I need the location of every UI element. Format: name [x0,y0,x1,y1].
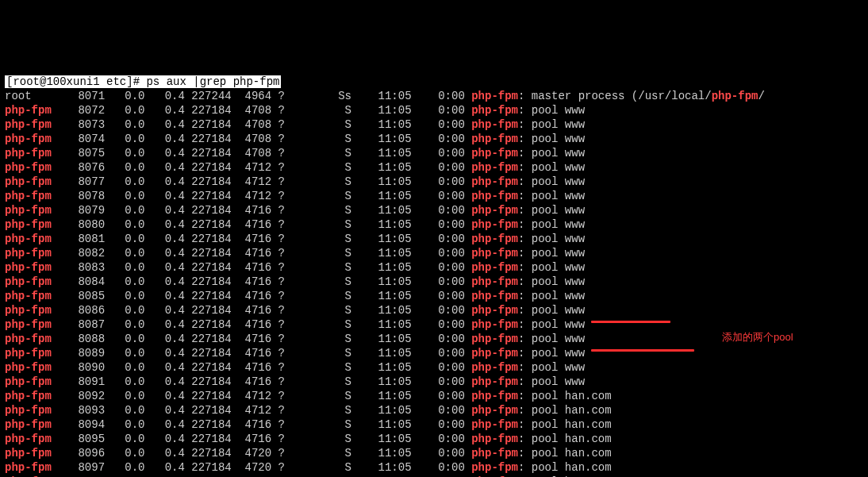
proc-start: 11:05 [351,218,412,231]
proc-mem: 0.4 [144,375,184,388]
proc-pid: 8093 [65,404,105,417]
proc-vsz: 227184 [185,261,232,274]
proc-stat: S [285,433,351,445]
proc-pid: 8082 [65,247,105,260]
proc-start: 11:05 [351,90,412,102]
proc-cpu: 0.0 [105,247,144,260]
proc-user: php-fpm [5,275,65,288]
proc-args: : pool www [518,118,585,131]
process-row: php-fpm 8092 0.0 0.4 227184 4712 ? S 11:… [5,389,863,403]
proc-start: 11:05 [351,147,412,160]
proc-name: php-fpm [471,147,518,160]
proc-vsz: 227184 [185,204,232,217]
proc-args: : pool www [518,233,585,245]
proc-vsz: 227184 [185,447,232,460]
proc-pid: 8086 [65,304,105,317]
proc-pid: 8096 [65,447,105,460]
proc-time: 0:00 [412,433,472,445]
proc-start: 11:05 [351,275,412,288]
proc-name: php-fpm [471,447,518,460]
proc-mem: 0.4 [144,204,184,217]
proc-start: 11:05 [351,375,412,388]
process-row: root 8071 0.0 0.4 227244 4964 ? Ss 11:05… [5,89,863,103]
proc-args: : pool www [518,261,585,274]
annotation-underline-2 [591,349,694,352]
proc-start: 11:05 [351,333,412,345]
proc-time: 0:00 [412,104,472,117]
proc-pid: 8083 [65,261,105,274]
proc-args: : pool han.com [518,404,612,417]
proc-vsz: 227184 [185,275,232,288]
proc-time: 0:00 [412,375,472,388]
proc-vsz: 227184 [185,404,232,417]
proc-vsz: 227184 [185,390,232,402]
proc-user: php-fpm [5,347,65,360]
proc-start: 11:05 [351,290,412,302]
proc-name: php-fpm [471,261,518,274]
proc-time: 0:00 [412,333,472,345]
proc-args: : pool www [518,347,585,360]
proc-start: 11:05 [351,233,412,245]
proc-rss: 4712 [232,404,271,417]
proc-vsz: 227244 [185,90,232,102]
proc-cpu: 0.0 [105,318,144,331]
proc-stat: S [285,190,351,202]
proc-start: 11:05 [351,433,412,445]
proc-rss: 4716 [232,261,271,274]
proc-time: 0:00 [412,418,472,431]
proc-time: 0:00 [412,318,472,331]
proc-cpu: 0.0 [105,190,144,202]
proc-pid: 8071 [65,90,105,102]
proc-user: php-fpm [5,404,65,417]
proc-args: : pool www [518,147,585,160]
proc-rss: 4716 [232,318,271,331]
proc-rss: 4708 [232,147,271,160]
process-row: php-fpm 8073 0.0 0.4 227184 4708 ? S 11:… [5,117,863,132]
proc-stat: S [285,461,351,474]
proc-start: 11:05 [351,347,412,360]
proc-cpu: 0.0 [105,404,144,417]
proc-stat: S [285,418,351,431]
process-row: php-fpm 8075 0.0 0.4 227184 4708 ? S 11:… [5,146,863,160]
annotation-underline-1 [591,321,670,323]
proc-vsz: 227184 [185,304,232,317]
proc-user: php-fpm [5,375,65,388]
proc-name: php-fpm [471,333,518,345]
proc-pid: 8089 [65,347,105,360]
process-row: php-fpm 8078 0.0 0.4 227184 4712 ? S 11:… [5,189,863,203]
proc-name: php-fpm [471,133,518,145]
proc-rss: 4716 [232,418,271,431]
proc-mem: 0.4 [144,333,184,345]
proc-name: php-fpm [471,318,518,331]
proc-cpu: 0.0 [105,261,144,274]
proc-args: : pool han.com [518,390,612,402]
proc-mem: 0.4 [144,390,184,402]
shell-prompt-line[interactable]: [root@100xuni1 etc]# ps aux |grep php-fp… [5,75,281,89]
proc-args: : pool www [518,104,585,117]
proc-time: 0:00 [412,161,472,174]
process-row: php-fpm 8096 0.0 0.4 227184 4720 ? S 11:… [5,446,863,460]
proc-pid: 8081 [65,233,105,245]
proc-vsz: 227184 [185,118,232,131]
proc-start: 11:05 [351,418,412,431]
proc-pid: 8084 [65,275,105,288]
proc-rss: 4708 [232,133,271,145]
proc-user: php-fpm [5,333,65,345]
proc-stat: S [285,133,351,145]
proc-tty: ? [271,118,285,131]
proc-name: php-fpm [471,90,518,102]
proc-start: 11:05 [351,133,412,145]
process-row: php-fpm 8097 0.0 0.4 227184 4720 ? S 11:… [5,460,863,475]
process-row: php-fpm 8082 0.0 0.4 227184 4716 ? S 11:… [5,246,863,260]
proc-cpu: 0.0 [105,118,144,131]
proc-rss: 4964 [232,90,271,102]
proc-tty: ? [271,204,285,217]
proc-rss: 4716 [232,247,271,260]
proc-args: : pool www [518,304,585,317]
process-row: php-fpm 8074 0.0 0.4 227184 4708 ? S 11:… [5,132,863,146]
proc-time: 0:00 [412,390,472,402]
process-row: php-fpm 8094 0.0 0.4 227184 4716 ? S 11:… [5,417,863,432]
proc-mem: 0.4 [144,318,184,331]
proc-time: 0:00 [412,461,472,474]
proc-tty: ? [271,104,285,117]
